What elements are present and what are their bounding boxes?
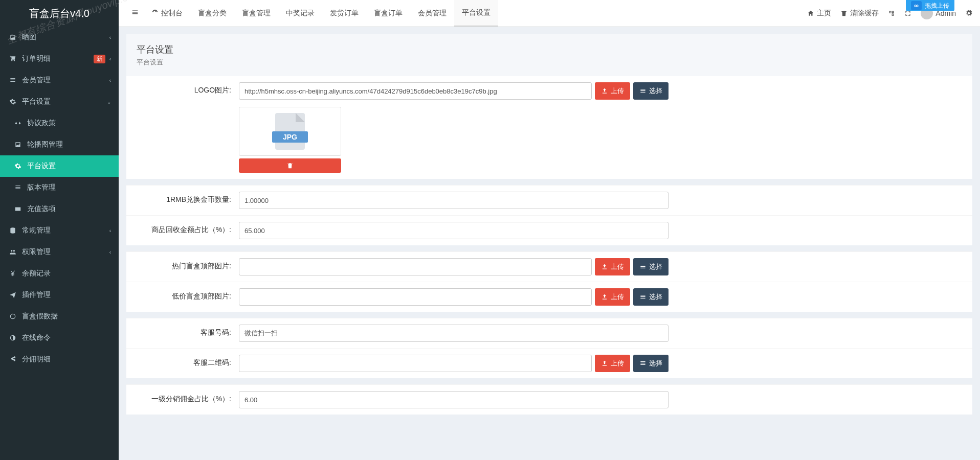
drag-upload-badge[interactable]: ∞ 拖拽上传 [906,0,954,11]
list-icon [639,263,647,270]
logo-label: LOGO图片: [137,82,239,95]
lang-toggle[interactable] [888,10,895,17]
form-row-exchange: 1RMB兑换金币数量: [126,185,972,215]
service-qr-label: 客服二维码: [137,355,239,367]
sidebar-item-label: 余额记录 [22,269,111,278]
jpg-tag: JPG [272,131,308,143]
sidebar-item-label: 权限管理 [22,247,109,257]
exchange-input[interactable] [239,192,669,209]
cart-icon [8,55,18,62]
sidebar-item-label: 分佣明细 [22,355,111,364]
sidebar-item-label: 平台设置 [22,97,107,106]
jpg-file-icon: JPG [275,113,305,150]
nav-tab-0[interactable]: 控制台 [144,0,190,27]
low-img-input[interactable] [239,288,592,306]
logo-delete-button[interactable] [239,158,341,173]
nav-tab-label: 盲盒管理 [242,9,271,18]
service-qr-input[interactable] [239,355,592,372]
service-no-label: 客服号码: [137,325,239,337]
hot-img-input[interactable] [239,258,592,275]
sidebar-item-7[interactable]: 版本管理 [0,177,119,198]
nav-tab-6[interactable]: 会员管理 [410,0,454,27]
nav-tab-label: 盲盒订单 [374,9,403,18]
upload-icon [601,87,608,95]
low-img-select-button[interactable]: 选择 [633,288,669,306]
logo-select-button[interactable]: 选择 [633,82,669,100]
sidebar-item-label: 平台设置 [27,162,111,171]
nav-tab-3[interactable]: 中奖记录 [278,0,322,27]
hot-img-upload-button[interactable]: 上传 [595,258,630,275]
sidebar-item-11[interactable]: 余额记录 [0,263,119,284]
sidebar-item-15[interactable]: 分佣明细 [0,349,119,370]
sidebar-item-1[interactable]: 订单明细新‹ [0,48,119,70]
sidebar-item-2[interactable]: 会员管理‹ [0,70,119,91]
nav-tab-2[interactable]: 盲盒管理 [234,0,278,27]
chevron-icon: ‹ [109,228,111,234]
service-qr-select-label: 选择 [649,359,662,368]
infinity-icon: ∞ [911,1,922,10]
logo-preview: JPG [239,107,341,156]
form-row-service-qr: 客服二维码: 上传 选择 [126,348,972,378]
recycle-input[interactable] [239,222,669,239]
nav-tab-5[interactable]: 盲盒订单 [366,0,410,27]
sidebar-item-0[interactable]: 晒图‹ [0,27,119,48]
clear-cache-label: 清除缓存 [850,9,879,18]
sidebar-item-5[interactable]: 轮播图管理 [0,134,119,155]
low-img-upload-label: 上传 [611,292,624,302]
nav-tab-label: 发货订单 [330,9,359,18]
balance-icon [13,120,23,127]
sidebar-item-label: 协议政策 [27,119,111,128]
nav-tab-4[interactable]: 发货订单 [322,0,366,27]
sidebar-item-8[interactable]: 充值选项 [0,198,119,220]
form-row-hot-img: 热门盲盒顶部图片: 上传 选择 [126,251,972,282]
sidebar-item-10[interactable]: 权限管理‹ [0,241,119,263]
logo-upload-label: 上传 [611,86,624,96]
top-nav: 控制台盲盒分类盲盒管理中奖记录发货订单盲盒订单会员管理平台设置 主页 清除缓存 [119,0,980,27]
form-row-service-no: 客服号码: [126,318,972,348]
sidebar-item-14[interactable]: 在线命令 [0,327,119,349]
logo-input[interactable] [239,82,592,100]
commission-input[interactable] [239,391,669,408]
list-icon [13,184,23,191]
hot-img-select-button[interactable]: 选择 [633,258,669,275]
content-area: 平台设置 平台设置 LOGO图片: 上传 [119,27,980,460]
nav-tab-7[interactable]: 平台设置 [454,0,498,27]
hot-img-label: 热门盲盒顶部图片: [137,258,239,271]
sidebar: 盲盒后台v4.0 晒图‹订单明细新‹会员管理‹平台设置⌄协议政策轮播图管理平台设… [0,0,119,460]
image-icon [8,34,18,41]
upload-icon [601,263,608,270]
contrast-icon [8,334,18,341]
service-no-input[interactable] [239,325,669,342]
sidebar-item-label: 晒图 [22,33,109,42]
service-qr-select-button[interactable]: 选择 [633,355,669,372]
home-link[interactable]: 主页 [807,9,831,18]
card-icon [13,205,23,213]
sidebar-item-9[interactable]: 常规管理‹ [0,220,119,241]
hot-img-select-label: 选择 [649,262,662,271]
settings-link[interactable] [965,10,972,17]
menu-toggle-button[interactable] [126,9,144,18]
svg-point-0 [10,314,15,318]
sidebar-item-label: 常规管理 [22,226,109,235]
sidebar-item-4[interactable]: 协议政策 [0,112,119,134]
sidebar-item-12[interactable]: 插件管理 [0,284,119,306]
form-row-low-img: 低价盲盒顶部图片: 上传 选择 [126,282,972,312]
clear-cache-link[interactable]: 清除缓存 [840,9,879,18]
topnav-tabs: 控制台盲盒分类盲盒管理中奖记录发货订单盲盒订单会员管理平台设置 [144,0,498,27]
low-img-upload-button[interactable]: 上传 [595,288,630,306]
service-qr-upload-button[interactable]: 上传 [595,355,630,372]
sidebar-item-13[interactable]: 盲盒假数据 [0,306,119,327]
panel-header: 平台设置 平台设置 [126,34,972,76]
logo-upload-button[interactable]: 上传 [595,82,630,100]
list-icon [639,87,647,95]
sidebar-item-label: 盲盒假数据 [22,312,111,321]
sidebar-item-3[interactable]: 平台设置⌄ [0,91,119,112]
trash-icon [286,162,294,169]
gear-icon [8,98,18,105]
sidebar-item-6[interactable]: 平台设置 [0,155,119,177]
sidebar-item-label: 在线命令 [22,333,111,342]
chevron-icon: ‹ [109,56,111,62]
service-qr-upload-label: 上传 [611,359,624,368]
nav-tab-1[interactable]: 盲盒分类 [190,0,234,27]
panel: 平台设置 平台设置 LOGO图片: 上传 [126,34,972,415]
